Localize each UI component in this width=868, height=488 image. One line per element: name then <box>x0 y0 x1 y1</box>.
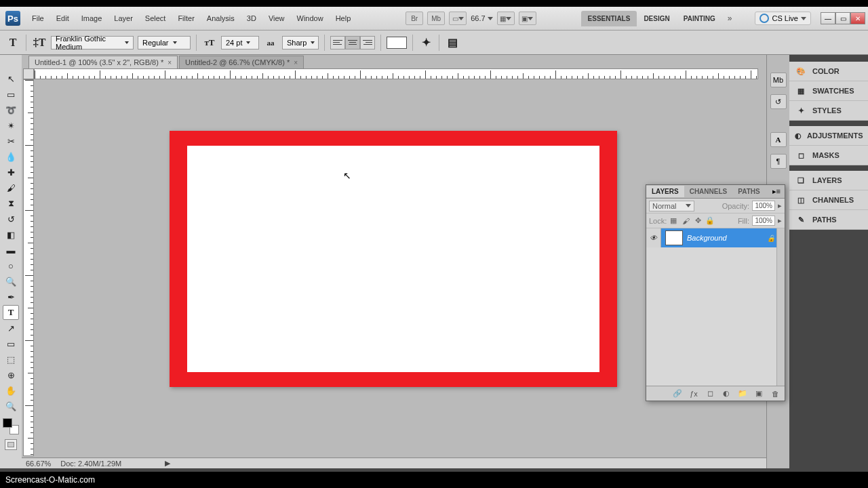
font-size-dropdown[interactable]: 24 pt <box>221 36 259 49</box>
gradient-tool[interactable]: ▬ <box>3 243 19 258</box>
viewextra-icon[interactable]: ▭ <box>449 12 467 25</box>
layer-fx-icon[interactable]: ƒx <box>688 389 699 399</box>
lock-transparent-icon[interactable]: ▦ <box>669 217 677 225</box>
align-left-button[interactable] <box>330 36 345 49</box>
path-select-tool[interactable]: ↗ <box>3 321 19 336</box>
font-style-dropdown[interactable]: Regular <box>138 36 191 49</box>
bridge-icon[interactable]: Br <box>406 12 423 25</box>
cslive-button[interactable]: CS Live <box>755 12 811 25</box>
blur-tool[interactable]: ○ <box>3 258 19 273</box>
shape-tool[interactable]: ▭ <box>3 336 19 351</box>
menu-filter[interactable]: Filter <box>172 12 200 25</box>
menu-file[interactable]: File <box>26 12 50 25</box>
fill-input[interactable]: 100% <box>752 216 775 226</box>
menu-view[interactable]: View <box>262 12 291 25</box>
menu-image[interactable]: Image <box>75 12 108 25</box>
paths-tab[interactable]: PATHS <box>732 186 765 197</box>
3d-tool[interactable]: ⬚ <box>3 352 19 367</box>
tool-preset-icon[interactable]: T <box>5 35 20 50</box>
fg-bg-colors[interactable] <box>3 418 19 434</box>
lock-all-icon[interactable]: 🔒 <box>706 217 714 225</box>
screenmode-icon[interactable]: ▣ <box>519 12 536 25</box>
history-dock-icon[interactable]: ↺ <box>770 94 787 109</box>
panel-channels[interactable]: ◫CHANNELS <box>789 190 868 210</box>
chevron-right-icon[interactable]: ▸ <box>778 201 782 210</box>
layer-row[interactable]: 👁 Background 🔒 <box>646 228 785 247</box>
panel-menu-icon[interactable]: ▸≡ <box>768 185 785 198</box>
workspace-essentials[interactable]: ESSENTIALS <box>581 11 637 26</box>
status-zoom[interactable]: 66.67% <box>26 460 51 468</box>
stamp-tool[interactable]: ⧗ <box>3 196 19 211</box>
layer-thumbnail[interactable] <box>665 230 683 245</box>
menu-layer[interactable]: Layer <box>108 12 139 25</box>
align-right-button[interactable] <box>360 36 375 49</box>
workspace-more[interactable]: » <box>722 9 738 27</box>
layer-mask-icon[interactable]: ◻ <box>705 389 715 399</box>
adjustment-layer-icon[interactable]: ◐ <box>721 389 732 399</box>
close-icon[interactable]: × <box>294 59 298 66</box>
move-tool[interactable]: ↖ <box>3 71 19 86</box>
warp-text-icon[interactable]: ✦ <box>418 35 433 50</box>
layers-tab[interactable]: LAYERS <box>646 186 684 197</box>
zoom-tool[interactable]: 🔍 <box>3 399 19 413</box>
history-brush-tool[interactable]: ↺ <box>3 211 19 226</box>
panel-layers[interactable]: ❏LAYERS <box>789 171 868 190</box>
panel-adjustments[interactable]: ◐ADJUSTMENTS <box>789 126 868 146</box>
layer-name[interactable]: Background <box>687 234 727 242</box>
panel-paths[interactable]: ✎PATHS <box>789 210 868 230</box>
status-docinfo[interactable]: Doc: 2.40M/1.29M <box>60 460 121 468</box>
paragraph-dock-icon[interactable]: ¶ <box>770 154 787 169</box>
new-layer-icon[interactable]: ▣ <box>753 389 764 399</box>
font-family-dropdown[interactable]: Franklin Gothic Medium <box>51 36 134 49</box>
arrange-icon[interactable]: ▦ <box>497 12 515 25</box>
type-tool[interactable]: T <box>3 305 19 320</box>
zoom-level[interactable]: 66.7 <box>471 14 492 22</box>
doc-tab-2[interactable]: Untitled-2 @ 66.7% (CMYK/8) *× <box>179 56 304 68</box>
ruler-origin[interactable] <box>23 68 34 79</box>
eraser-tool[interactable]: ◧ <box>3 227 19 242</box>
crop-tool[interactable]: ✂ <box>3 134 19 148</box>
text-orientation-icon[interactable]: ‡T <box>32 35 47 50</box>
close-icon[interactable]: × <box>167 59 172 66</box>
character-dock-icon[interactable]: A <box>770 132 787 147</box>
menu-edit[interactable]: Edit <box>50 12 75 25</box>
workspace-design[interactable]: DESIGN <box>637 11 676 26</box>
layer-visibility-icon[interactable]: 👁 <box>646 228 661 247</box>
ruler-vertical[interactable] <box>23 79 34 456</box>
link-layers-icon[interactable]: 🔗 <box>672 389 683 399</box>
brush-tool[interactable]: 🖌 <box>3 180 19 195</box>
minibridge-icon[interactable]: Mb <box>427 12 445 25</box>
marquee-tool[interactable]: ▭ <box>3 87 19 102</box>
opacity-input[interactable]: 100% <box>752 201 775 211</box>
character-panel-icon[interactable]: ▤ <box>445 35 460 50</box>
quickselect-tool[interactable]: ✴ <box>3 118 19 133</box>
quickmask-toggle[interactable] <box>5 439 17 450</box>
pen-tool[interactable]: ✒ <box>3 289 19 304</box>
panel-swatches[interactable]: ▦SWATCHES <box>789 81 868 101</box>
lasso-tool[interactable]: ➰ <box>3 102 19 117</box>
chevron-right-icon[interactable]: ▸ <box>778 216 782 225</box>
dodge-tool[interactable]: 🔍 <box>3 274 19 289</box>
3d-camera-tool[interactable]: ⊕ <box>3 367 19 382</box>
doc-tab-1[interactable]: Untitled-1 @ 100% (3.5" x 2", RGB/8) *× <box>28 56 178 68</box>
layers-panel[interactable]: LAYERS CHANNELS PATHS ▸≡ Normal Opacity:… <box>646 184 785 401</box>
menu-analysis[interactable]: Analysis <box>201 12 241 25</box>
ruler-horizontal[interactable] <box>34 68 758 79</box>
window-minimize[interactable]: — <box>821 12 835 24</box>
panel-color[interactable]: 🎨COLOR <box>789 62 868 81</box>
text-color-swatch[interactable] <box>387 37 407 49</box>
eyedropper-tool[interactable]: 💧 <box>3 149 19 164</box>
hand-tool[interactable]: ✋ <box>3 383 19 398</box>
antialias-dropdown[interactable]: Sharp <box>282 36 319 49</box>
menu-select[interactable]: Select <box>139 12 172 25</box>
minibridge-dock-icon[interactable]: Mb <box>770 73 787 87</box>
menu-window[interactable]: Window <box>291 12 330 25</box>
healing-tool[interactable]: ✚ <box>3 165 19 180</box>
layer-group-icon[interactable]: 📁 <box>737 389 748 399</box>
scrollbar[interactable] <box>776 228 785 386</box>
canvas[interactable] <box>170 131 617 387</box>
panel-masks[interactable]: ◻MASKS <box>789 146 868 165</box>
menu-help[interactable]: Help <box>330 12 357 25</box>
align-center-button[interactable] <box>345 36 360 49</box>
lock-position-icon[interactable]: ✥ <box>694 217 702 225</box>
